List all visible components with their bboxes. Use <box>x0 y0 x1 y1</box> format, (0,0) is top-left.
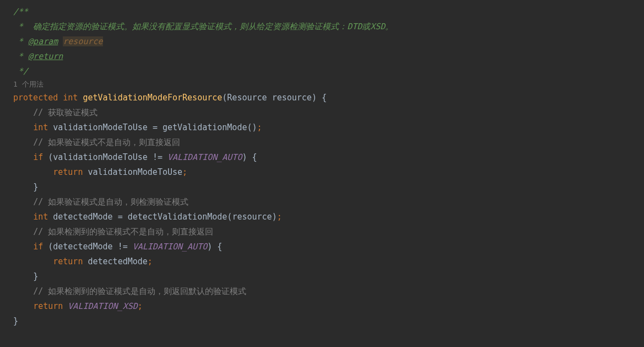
comment-5-text: // 如果检测到的验证模式是自动，则返回默认的验证模式 <box>33 286 246 296</box>
return-2: return detectedMode; <box>0 254 644 269</box>
return-kw-1: return <box>53 167 83 177</box>
method-name: getValidationModeForResource <box>83 93 222 103</box>
arg2: resource <box>232 212 272 222</box>
usage-hint[interactable]: 1 个用法 <box>0 79 644 90</box>
if-1: if (validationModeToUse != VALIDATION_AU… <box>0 150 644 165</box>
doc-desc-line: * 确定指定资源的验证模式。如果没有配置显式验证模式，则从给定资源检测验证模式：… <box>0 19 644 34</box>
var1: validationModeToUse <box>53 122 148 132</box>
comment-4-text: // 如果检测到的验证模式不是自动，则直接返回 <box>33 227 213 237</box>
auto-2: VALIDATION_AUTO <box>133 242 207 252</box>
semi-2: ; <box>182 167 187 177</box>
eq-2: = <box>118 212 123 222</box>
if1-rparen: ) <box>242 152 247 162</box>
var2: detectedMode <box>53 212 112 222</box>
if2-lparen: ( <box>48 242 53 252</box>
comment-3: // 如果验证模式是自动，则检测验证模式 <box>0 195 644 210</box>
param-name: resource <box>63 36 102 46</box>
comment-1: // 获取验证模式 <box>0 105 644 120</box>
comment-2-text: // 如果验证模式不是自动，则直接返回 <box>33 137 180 147</box>
xsd: VALIDATION_XSD <box>68 301 137 311</box>
comment-2: // 如果验证模式不是自动，则直接返回 <box>0 135 644 150</box>
if-kw-1: if <box>33 152 43 162</box>
doc-desc: 确定指定资源的验证模式。如果没有配置显式验证模式，则从给定资源检测验证模式：DT… <box>33 22 393 31</box>
call1-parens: () <box>247 122 257 132</box>
if1-close: } <box>0 180 644 195</box>
comment-1-text: // 获取验证模式 <box>33 108 98 118</box>
doc-desc-prefix: * <box>13 22 33 31</box>
comment-3-text: // 如果验证模式是自动，则检测验证模式 <box>33 197 188 207</box>
param-tag: @param <box>28 36 58 46</box>
rparen: ) <box>312 93 317 103</box>
if1-lbrace: { <box>252 152 257 162</box>
semi-1: ; <box>257 122 262 132</box>
var2-ret: detectedMode <box>88 257 147 266</box>
neq-2: != <box>118 242 128 252</box>
int-kw-2: int <box>33 212 48 222</box>
semi-5: ; <box>138 301 143 311</box>
var2-ref: detectedMode <box>53 242 112 252</box>
lbrace: { <box>322 93 327 103</box>
neq-1: != <box>153 152 163 162</box>
return-kw-2: return <box>53 257 83 266</box>
doc-open: /** <box>0 4 644 19</box>
param-type: Resource <box>227 93 267 103</box>
if1-rbrace: } <box>33 182 38 192</box>
int-kw: int <box>63 93 78 103</box>
return-kw-3: return <box>33 301 63 311</box>
call2-rparen: ) <box>272 212 277 222</box>
space <box>58 36 63 46</box>
if2-rparen: ) <box>207 242 212 252</box>
doc-open-text: /** <box>13 7 28 17</box>
var-decl-2: int detectedMode = detectValidationMode(… <box>0 210 644 225</box>
call2: detectValidationMode <box>128 212 228 222</box>
doc-close-text: */ <box>13 66 28 76</box>
var-decl-1: int validationModeToUse = getValidationM… <box>0 120 644 135</box>
protected-kw: protected <box>13 93 58 103</box>
method-signature: protected int getValidationModeForResour… <box>0 90 644 105</box>
if2-lbrace: { <box>217 242 222 252</box>
var1-ret: validationModeToUse <box>88 167 182 177</box>
comment-5: // 如果检测到的验证模式是自动，则返回默认的验证模式 <box>0 284 644 299</box>
doc-param-prefix: * <box>13 36 28 46</box>
return-1: return validationModeToUse; <box>0 165 644 180</box>
doc-return-prefix: * <box>13 51 28 61</box>
int-kw-1: int <box>33 122 48 132</box>
if-2: if (detectedMode != VALIDATION_AUTO) { <box>0 239 644 254</box>
method-close: } <box>0 314 644 329</box>
doc-param-line: * @param resource <box>0 34 644 49</box>
return-tag: @return <box>28 51 63 61</box>
method-rbrace: } <box>13 316 18 326</box>
semi-4: ; <box>148 257 153 266</box>
param-name-sig: resource <box>272 93 312 103</box>
doc-return-line: * @return <box>0 49 644 64</box>
if2-close: } <box>0 269 644 284</box>
var1-ref: validationModeToUse <box>53 152 148 162</box>
comment-4: // 如果检测到的验证模式不是自动，则直接返回 <box>0 225 644 239</box>
if2-rbrace: } <box>33 271 38 281</box>
if-kw-2: if <box>33 242 43 252</box>
lparen: ( <box>222 93 227 103</box>
if1-lparen: ( <box>48 152 53 162</box>
return-3: return VALIDATION_XSD; <box>0 299 644 314</box>
doc-close: */ <box>0 64 644 79</box>
eq: = <box>153 122 158 132</box>
auto-1: VALIDATION_AUTO <box>167 152 242 162</box>
call1: getValidationMode <box>163 122 247 132</box>
semi-3: ; <box>277 212 282 222</box>
